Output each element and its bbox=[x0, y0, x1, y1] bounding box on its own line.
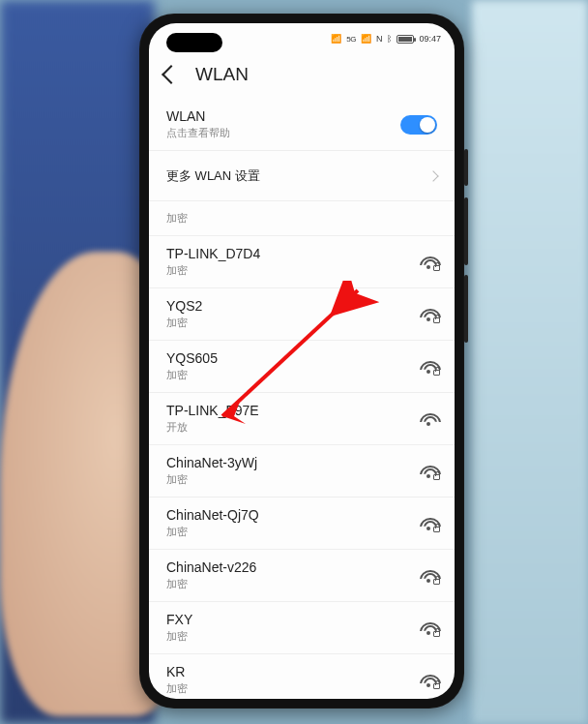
volume-down-button bbox=[464, 275, 468, 343]
partial-network-row[interactable]: 加密 bbox=[149, 201, 455, 236]
network-row[interactable]: ChinaNet-Qj7Q加密 bbox=[149, 498, 455, 550]
nfc-icon: N bbox=[376, 34, 383, 44]
lock-icon bbox=[433, 579, 440, 585]
more-settings-label: 更多 WLAN 设置 bbox=[166, 167, 429, 185]
network-ssid: TP-LINK_E97E bbox=[166, 403, 420, 418]
wlan-toggle-row[interactable]: WLAN 点击查看帮助 bbox=[149, 99, 455, 151]
network-row[interactable]: TP-LINK_E97E开放 bbox=[149, 393, 455, 445]
camera-cutout bbox=[166, 33, 222, 52]
network-ssid: TP-LINK_D7D4 bbox=[166, 246, 420, 261]
back-icon[interactable] bbox=[162, 65, 181, 84]
network-ssid: YQS605 bbox=[166, 350, 420, 366]
network-security: 加密 bbox=[166, 263, 420, 278]
network-ssid: KR bbox=[166, 664, 420, 679]
wifi-icon bbox=[420, 412, 437, 426]
battery-icon bbox=[397, 35, 414, 44]
network-security: 开放 bbox=[166, 420, 420, 435]
wifi-icon bbox=[420, 569, 437, 583]
network-security: 加密 bbox=[166, 681, 420, 696]
network-row[interactable]: ChinaNet-3yWj加密 bbox=[149, 445, 455, 498]
lock-icon bbox=[433, 317, 440, 323]
lock-icon bbox=[433, 474, 440, 480]
network-type: 5G bbox=[346, 35, 356, 44]
network-security: 加密 bbox=[166, 472, 420, 487]
network-security: 加密 bbox=[166, 525, 420, 539]
lock-icon bbox=[433, 527, 440, 532]
wifi-icon bbox=[420, 256, 437, 269]
network-ssid: ChinaNet-3yWj bbox=[166, 455, 420, 470]
page-title: WLAN bbox=[195, 64, 249, 85]
wifi-icon bbox=[420, 360, 437, 374]
more-wlan-settings-row[interactable]: 更多 WLAN 设置 bbox=[149, 151, 455, 201]
chevron-right-icon bbox=[427, 170, 438, 181]
wifi-icon bbox=[420, 308, 437, 321]
network-ssid: ChinaNet-Qj7Q bbox=[166, 507, 420, 523]
network-row[interactable]: ChinaNet-v226加密 bbox=[149, 550, 455, 602]
network-security: 加密 bbox=[166, 629, 420, 644]
wlan-label: WLAN bbox=[166, 108, 400, 124]
wifi-icon bbox=[420, 465, 437, 478]
wifi-icon bbox=[420, 674, 437, 687]
network-row[interactable]: YQS2加密 bbox=[149, 288, 455, 341]
network-row[interactable]: KR加密 bbox=[149, 654, 455, 699]
wifi-icon bbox=[420, 517, 437, 530]
settings-list: WLAN 点击查看帮助 更多 WLAN 设置 加密 TP-LINK_D7D4加密… bbox=[149, 99, 455, 699]
lock-icon bbox=[433, 631, 440, 637]
network-ssid: ChinaNet-v226 bbox=[166, 559, 420, 575]
signal-icon-2 bbox=[361, 34, 371, 44]
network-ssid: FXY bbox=[166, 612, 420, 627]
network-row[interactable]: TP-LINK_D7D4加密 bbox=[149, 236, 455, 288]
lock-icon bbox=[433, 370, 440, 376]
phone-frame: 5G N ᛒ 09:47 WLAN WLAN 点击查看帮助 更多 WLAN 设置 bbox=[139, 14, 464, 709]
bluetooth-icon: ᛒ bbox=[387, 34, 392, 44]
screen: 5G N ᛒ 09:47 WLAN WLAN 点击查看帮助 更多 WLAN 设置 bbox=[149, 23, 455, 699]
header: WLAN bbox=[149, 54, 455, 99]
wlan-hint: 点击查看帮助 bbox=[166, 126, 400, 140]
wlan-switch[interactable] bbox=[400, 115, 437, 135]
clock: 09:47 bbox=[419, 34, 441, 44]
network-row[interactable]: YQS605加密 bbox=[149, 341, 455, 393]
wifi-icon bbox=[420, 621, 437, 635]
network-security: 加密 bbox=[166, 316, 420, 330]
network-ssid: YQS2 bbox=[166, 298, 420, 314]
lock-icon bbox=[433, 265, 440, 271]
network-security: 加密 bbox=[166, 211, 437, 226]
network-security: 加密 bbox=[166, 368, 420, 382]
network-security: 加密 bbox=[166, 577, 420, 591]
network-row[interactable]: FXY加密 bbox=[149, 602, 455, 654]
side-button bbox=[464, 149, 468, 186]
volume-up-button bbox=[464, 197, 468, 265]
signal-icon bbox=[331, 34, 341, 44]
lock-icon bbox=[433, 683, 440, 689]
